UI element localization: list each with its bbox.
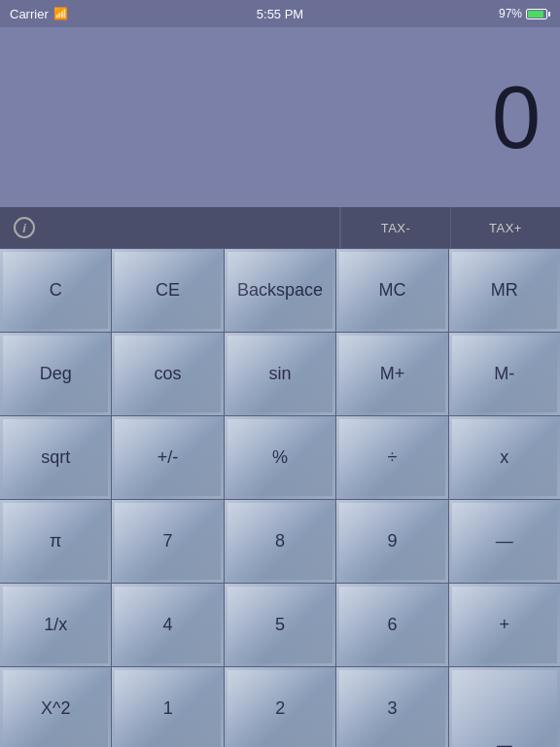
tax-plus-button[interactable]: TAX+ bbox=[450, 207, 560, 248]
key-MR[interactable]: MR bbox=[449, 249, 560, 332]
key-deg[interactable]: Deg bbox=[0, 333, 112, 415]
battery-icon bbox=[526, 9, 550, 19]
key-2[interactable]: 2 bbox=[225, 667, 336, 747]
info-tax-bar: i TAX- TAX+ bbox=[0, 207, 560, 248]
key-9[interactable]: 9 bbox=[336, 500, 448, 583]
last-two-rows-left: X^2 1 2 3 X^3 . bbox=[0, 667, 448, 747]
key-subtract[interactable]: — bbox=[449, 500, 560, 583]
status-left: Carrier 📶 bbox=[10, 7, 68, 21]
key-backspace[interactable]: Backspace bbox=[225, 249, 336, 332]
key-add[interactable]: + bbox=[449, 584, 560, 666]
tax-buttons: TAX- TAX+ bbox=[340, 207, 560, 248]
key-row-3: sqrt +/- % ÷ x bbox=[0, 415, 560, 499]
key-row-6: X^2 1 2 3 bbox=[0, 667, 448, 747]
key-inv[interactable]: 1/x bbox=[0, 584, 112, 666]
key-MC[interactable]: MC bbox=[336, 249, 448, 332]
key-equals[interactable]: = bbox=[448, 667, 560, 747]
key-C[interactable]: C bbox=[0, 249, 112, 332]
tax-minus-button[interactable]: TAX- bbox=[340, 207, 450, 248]
key-7[interactable]: 7 bbox=[112, 500, 224, 583]
wifi-icon: 📶 bbox=[53, 7, 68, 20]
key-m-plus[interactable]: M+ bbox=[336, 333, 448, 415]
key-row-1: C CE Backspace MC MR bbox=[0, 248, 560, 332]
info-button[interactable]: i bbox=[14, 217, 35, 238]
carrier-label: Carrier bbox=[10, 7, 49, 21]
display-area: 0 bbox=[0, 27, 560, 207]
last-two-rows: X^2 1 2 3 X^3 . = bbox=[0, 666, 560, 747]
key-row-5: 1/x 4 5 6 + bbox=[0, 583, 560, 666]
key-8[interactable]: 8 bbox=[225, 500, 336, 583]
key-row-2: Deg cos sin M+ M- bbox=[0, 332, 560, 415]
battery-percent: 97% bbox=[499, 7, 522, 20]
key-plus-minus[interactable]: +/- bbox=[112, 416, 224, 499]
key-sqrt[interactable]: sqrt bbox=[0, 416, 112, 499]
status-time: 5:55 PM bbox=[257, 7, 303, 21]
key-cos[interactable]: cos bbox=[112, 333, 224, 415]
key-x2[interactable]: X^2 bbox=[0, 667, 112, 747]
key-sin[interactable]: sin bbox=[225, 333, 336, 415]
display-value: 0 bbox=[492, 74, 541, 161]
key-4[interactable]: 4 bbox=[112, 584, 224, 666]
key-pi[interactable]: π bbox=[0, 500, 112, 583]
key-5[interactable]: 5 bbox=[225, 584, 336, 666]
info-section[interactable]: i bbox=[0, 207, 340, 248]
key-6[interactable]: 6 bbox=[336, 584, 448, 666]
key-multiply[interactable]: x bbox=[449, 416, 560, 499]
key-3[interactable]: 3 bbox=[336, 667, 447, 747]
key-divide[interactable]: ÷ bbox=[336, 416, 448, 499]
status-right: 97% bbox=[499, 7, 550, 20]
key-row-4: π 7 8 9 — bbox=[0, 499, 560, 583]
status-bar: Carrier 📶 5:55 PM 97% bbox=[0, 0, 560, 27]
keypad: C CE Backspace MC MR Deg cos sin M+ M- s… bbox=[0, 248, 560, 747]
key-1[interactable]: 1 bbox=[112, 667, 224, 747]
key-CE[interactable]: CE bbox=[112, 249, 224, 332]
key-m-minus[interactable]: M- bbox=[449, 333, 560, 415]
key-percent[interactable]: % bbox=[225, 416, 336, 499]
